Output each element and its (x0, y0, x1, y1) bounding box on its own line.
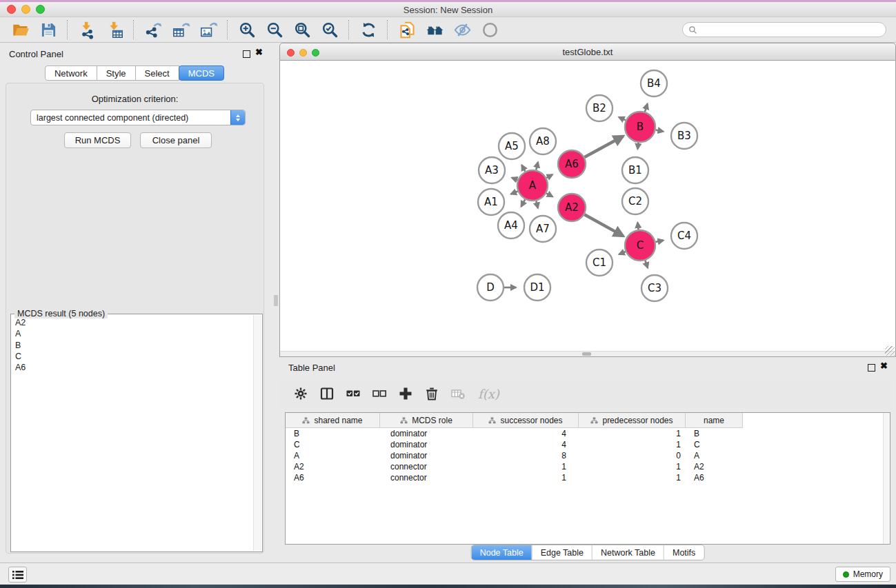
mcds-result-item[interactable]: A2 (15, 317, 253, 328)
tab-network-table[interactable]: Network Table (593, 545, 664, 560)
manage-columns-button[interactable] (318, 385, 335, 403)
deselect-all-button[interactable] (370, 385, 388, 403)
column-header-mcds-role[interactable]: MCDS role (380, 413, 473, 428)
tab-style[interactable]: Style (97, 65, 136, 81)
function-builder-button[interactable]: f(x) (475, 387, 499, 401)
run-mcds-button[interactable]: Run MCDS (64, 132, 131, 148)
column-header-name[interactable]: name (686, 413, 743, 428)
close-panel-button[interactable]: Close panel (140, 132, 212, 148)
graph-edge[interactable] (512, 178, 517, 180)
node-table: shared name MCDS role successor nodes pr… (285, 412, 890, 545)
zoom-selected-button[interactable] (316, 19, 344, 41)
hide-graphics-details-button[interactable] (448, 19, 476, 41)
tab-node-table[interactable]: Node Table (472, 545, 532, 560)
table-row[interactable]: Bdominator41B (286, 428, 890, 439)
refresh-button[interactable] (355, 19, 382, 41)
graph-edge[interactable] (637, 223, 638, 230)
graph-node-label: C4 (677, 230, 691, 242)
graph-edge[interactable] (637, 143, 638, 149)
toolbar-separator (133, 20, 135, 39)
graph-edge[interactable] (584, 214, 623, 236)
show-graphics-details-button[interactable] (476, 19, 504, 41)
table-row[interactable]: Cdominator41C (286, 439, 890, 450)
network-window-titlebar[interactable]: testGlobe.txt (279, 43, 896, 61)
graph-edge[interactable] (645, 261, 648, 268)
column-header-successor-nodes[interactable]: successor nodes (473, 413, 579, 428)
mcds-result-item[interactable]: A (15, 328, 253, 339)
task-history-button[interactable] (8, 567, 27, 582)
save-session-button[interactable] (34, 19, 62, 41)
graph-edge[interactable] (536, 201, 537, 207)
select-all-button[interactable] (344, 385, 361, 403)
table-cell: 0 (579, 451, 686, 460)
clone-network-icon (398, 21, 417, 39)
graph-edge[interactable] (656, 130, 664, 132)
graph-edge[interactable] (521, 165, 525, 171)
delete-table-button[interactable] (449, 385, 466, 403)
open-session-button[interactable] (7, 19, 34, 41)
tab-mcds[interactable]: MCDS (179, 65, 224, 81)
clone-network-button[interactable] (393, 19, 421, 41)
graph-edge[interactable] (511, 192, 518, 194)
table-row[interactable]: A6connector11A6 (286, 472, 890, 483)
table-settings-button[interactable] (292, 385, 309, 403)
toolbar-separator (67, 20, 68, 39)
table-cell: B (686, 429, 743, 438)
network-canvas[interactable]: B4B2BB3A8A5A6A3B1AC2A1A2A4A7C4CC1C3DD1 (279, 61, 896, 357)
graph-edge[interactable] (619, 252, 626, 254)
table-row[interactable]: A2connector11A2 (286, 461, 890, 472)
column-header-predecessor-nodes[interactable]: predecessor nodes (579, 413, 686, 428)
control-panel-tabs: Network Style Select MCDS (0, 65, 269, 81)
import-table-button[interactable] (101, 19, 128, 41)
float-panel-icon[interactable] (243, 50, 250, 58)
network-hscrollbar[interactable] (280, 351, 895, 356)
table-row[interactable]: Adominator80A (286, 450, 890, 461)
zoom-fit-button[interactable] (288, 19, 316, 41)
export-network-button[interactable] (139, 19, 167, 41)
graph-node-label: C (637, 239, 644, 252)
control-panel: Control Panel ✖ Network Style Select MCD… (0, 43, 269, 562)
tab-network[interactable]: Network (45, 65, 97, 81)
tab-motifs[interactable]: Motifs (664, 545, 704, 560)
graph-edge[interactable] (546, 174, 552, 178)
mcds-result-item[interactable]: C (15, 351, 253, 362)
export-table-button[interactable] (167, 19, 195, 41)
search-field[interactable] (682, 22, 886, 37)
close-panel-icon[interactable]: ✖ (255, 47, 263, 57)
mcds-list-scrollbar[interactable] (253, 315, 261, 551)
close-panel-icon[interactable]: ✖ (880, 361, 888, 371)
graph-edge[interactable] (655, 241, 663, 242)
mcds-result-item[interactable]: B (15, 340, 253, 351)
graph-edge[interactable] (546, 193, 552, 196)
home-button[interactable] (421, 19, 448, 41)
graph-edge[interactable] (536, 162, 538, 170)
delete-column-button[interactable] (423, 385, 440, 403)
tab-edge-table[interactable]: Edge Table (532, 545, 593, 560)
tab-select[interactable]: Select (135, 65, 179, 81)
table-vscrollbar[interactable] (883, 413, 890, 544)
zoom-in-button[interactable] (233, 19, 261, 41)
hscroll-thumb[interactable] (582, 352, 591, 356)
network-graph: B4B2BB3A8A5A6A3B1AC2A1A2A4A7C4CC1C3DD1 (280, 61, 895, 352)
table-cell: A6 (286, 473, 380, 483)
criterion-dropdown[interactable]: largest connected component (directed) (30, 110, 246, 125)
checked-boxes-icon (346, 386, 361, 401)
import-network-button[interactable] (73, 19, 101, 41)
search-input[interactable] (697, 24, 886, 35)
column-header-shared-name[interactable]: shared name (286, 413, 380, 428)
graph-edge[interactable] (521, 199, 526, 206)
float-panel-icon[interactable] (868, 364, 875, 372)
add-column-button[interactable] (397, 385, 414, 403)
export-image-button[interactable] (195, 19, 222, 41)
splitter-thumb[interactable] (274, 295, 278, 306)
memory-button[interactable]: Memory (835, 567, 890, 582)
resize-grip-icon[interactable] (885, 346, 895, 356)
graph-node-label: C1 (593, 256, 606, 269)
zoom-fit-icon (293, 21, 312, 39)
graph-edge[interactable] (584, 136, 623, 157)
graph-edge[interactable] (619, 117, 626, 121)
mcds-result-item[interactable]: A6 (15, 362, 253, 373)
network-window-title: testGlobe.txt (280, 47, 895, 57)
graph-edge[interactable] (645, 104, 648, 112)
zoom-out-button[interactable] (261, 19, 288, 41)
